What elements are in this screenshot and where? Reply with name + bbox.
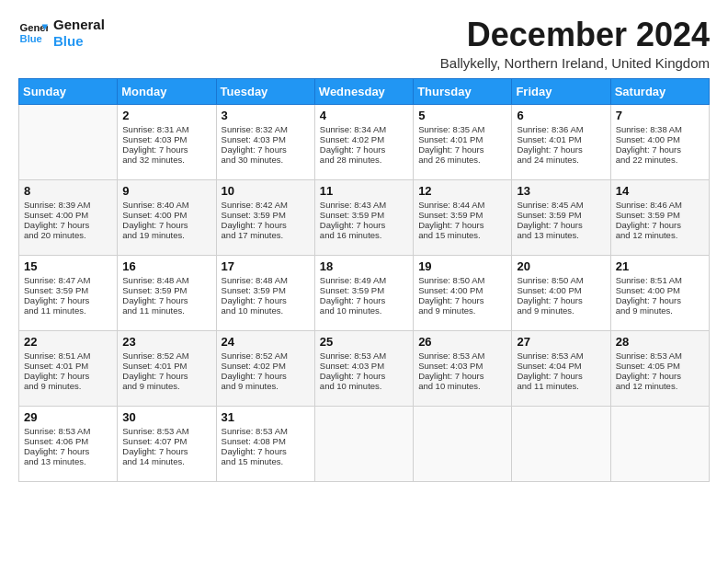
cell-text: and 15 minutes. [222,456,311,466]
cell-text: Daylight: 7 hours [418,144,507,155]
cell-text: Daylight: 7 hours [320,295,409,305]
table-row: 16Sunrise: 8:48 AMSunset: 3:59 PMDayligh… [118,255,216,330]
logo-line1: General [53,17,105,33]
cell-text: Sunrise: 8:53 AM [616,350,705,361]
cell-text: and 10 minutes. [418,381,507,391]
header-row: Sunday Monday Tuesday Wednesday Thursday… [19,78,710,104]
cell-text: Daylight: 7 hours [122,446,211,456]
cell-text: Sunrise: 8:53 AM [517,350,606,361]
day-number: 14 [616,184,705,198]
cell-text: Sunrise: 8:32 AM [222,124,311,134]
cell-text: Sunset: 4:02 PM [222,361,311,371]
cell-text: Daylight: 7 hours [222,144,311,155]
day-number: 8 [24,184,113,198]
day-number: 26 [418,335,507,349]
cell-text: Sunset: 4:01 PM [122,361,211,371]
table-row: 2Sunrise: 8:31 AMSunset: 4:03 PMDaylight… [118,104,216,179]
cell-text: Sunset: 4:05 PM [616,361,705,371]
col-wednesday: Wednesday [314,78,413,104]
cell-text: and 9 minutes. [517,305,606,316]
cell-text: Sunset: 4:00 PM [418,285,507,295]
cell-text: Daylight: 7 hours [616,144,705,155]
day-number: 5 [418,109,507,122]
cell-text: Sunrise: 8:35 AM [418,124,507,134]
col-friday: Friday [512,78,610,104]
cell-text: Daylight: 7 hours [517,220,606,230]
day-number: 15 [24,259,113,273]
cell-text: Sunset: 3:59 PM [122,285,211,295]
day-number: 21 [616,259,705,273]
table-row: 4Sunrise: 8:34 AMSunset: 4:02 PMDaylight… [314,104,413,179]
table-row [314,406,413,481]
table-row: 9Sunrise: 8:40 AMSunset: 4:00 PMDaylight… [118,179,216,255]
location-subtitle: Ballykelly, Northern Ireland, United Kin… [440,55,710,71]
table-row: 12Sunrise: 8:44 AMSunset: 3:59 PMDayligh… [414,179,512,255]
cell-text: Sunrise: 8:45 AM [517,200,606,210]
svg-text:Blue: Blue [20,33,42,44]
cell-text: Sunrise: 8:46 AM [616,200,705,210]
cell-text: Daylight: 7 hours [122,371,211,381]
cell-text: Sunset: 4:07 PM [122,436,211,446]
cell-text: Sunrise: 8:53 AM [122,426,211,436]
logo: General Blue General Blue [18,17,105,50]
cell-text: Daylight: 7 hours [222,220,311,230]
table-row: 26Sunrise: 8:53 AMSunset: 4:03 PMDayligh… [414,330,512,406]
col-saturday: Saturday [610,78,709,104]
day-number: 25 [320,335,409,349]
cell-text: and 24 minutes. [517,155,606,165]
cell-text: and 17 minutes. [222,230,311,240]
table-row: 11Sunrise: 8:43 AMSunset: 3:59 PMDayligh… [314,179,413,255]
day-number: 24 [222,335,311,349]
cell-text: and 16 minutes. [320,230,409,240]
cell-text: Sunrise: 8:36 AM [517,124,606,134]
table-row: 27Sunrise: 8:53 AMSunset: 4:04 PMDayligh… [512,330,610,406]
cell-text: Sunset: 4:04 PM [517,361,606,371]
table-row [414,406,512,481]
table-row [512,406,610,481]
table-row: 7Sunrise: 8:38 AMSunset: 4:00 PMDaylight… [610,104,709,179]
cell-text: Daylight: 7 hours [24,295,113,305]
cell-text: and 12 minutes. [616,381,705,391]
day-number: 30 [122,410,211,424]
table-row: 21Sunrise: 8:51 AMSunset: 4:00 PMDayligh… [610,255,709,330]
table-row: 15Sunrise: 8:47 AMSunset: 3:59 PMDayligh… [19,255,118,330]
table-row: 8Sunrise: 8:39 AMSunset: 4:00 PMDaylight… [19,179,118,255]
cell-text: Sunrise: 8:53 AM [320,350,409,361]
cell-text: Daylight: 7 hours [418,371,507,381]
cell-text: and 11 minutes. [122,305,211,316]
cell-text: Daylight: 7 hours [418,220,507,230]
day-number: 20 [517,259,606,273]
cell-text: and 9 minutes. [418,305,507,316]
cell-text: and 32 minutes. [122,155,211,165]
table-row: 31Sunrise: 8:53 AMSunset: 4:08 PMDayligh… [216,406,314,481]
cell-text: Daylight: 7 hours [517,371,606,381]
cell-text: Sunrise: 8:43 AM [320,200,409,210]
day-number: 19 [418,259,507,273]
col-monday: Monday [118,78,216,104]
col-thursday: Thursday [414,78,512,104]
cell-text: Sunrise: 8:40 AM [122,200,211,210]
cell-text: and 13 minutes. [517,230,606,240]
cell-text: and 11 minutes. [24,305,113,316]
cell-text: Sunset: 4:03 PM [320,361,409,371]
cell-text: Daylight: 7 hours [24,371,113,381]
cell-text: Sunset: 4:00 PM [24,210,113,220]
cell-text: Sunset: 3:59 PM [24,285,113,295]
table-row: 29Sunrise: 8:53 AMSunset: 4:06 PMDayligh… [19,406,118,481]
cell-text: Sunrise: 8:49 AM [320,275,409,285]
day-number: 11 [320,184,409,198]
day-number: 29 [24,410,113,424]
cell-text: Sunrise: 8:51 AM [616,275,705,285]
svg-text:General: General [20,22,48,33]
cell-text: Sunset: 3:59 PM [320,210,409,220]
cell-text: and 22 minutes. [616,155,705,165]
day-number: 6 [517,109,606,122]
day-number: 31 [222,410,311,424]
day-number: 12 [418,184,507,198]
cell-text: Sunset: 4:00 PM [616,285,705,295]
cell-text: and 15 minutes. [418,230,507,240]
table-row: 25Sunrise: 8:53 AMSunset: 4:03 PMDayligh… [314,330,413,406]
cell-text: Sunset: 4:00 PM [616,134,705,144]
cell-text: Daylight: 7 hours [616,371,705,381]
cell-text: Sunset: 4:01 PM [517,134,606,144]
